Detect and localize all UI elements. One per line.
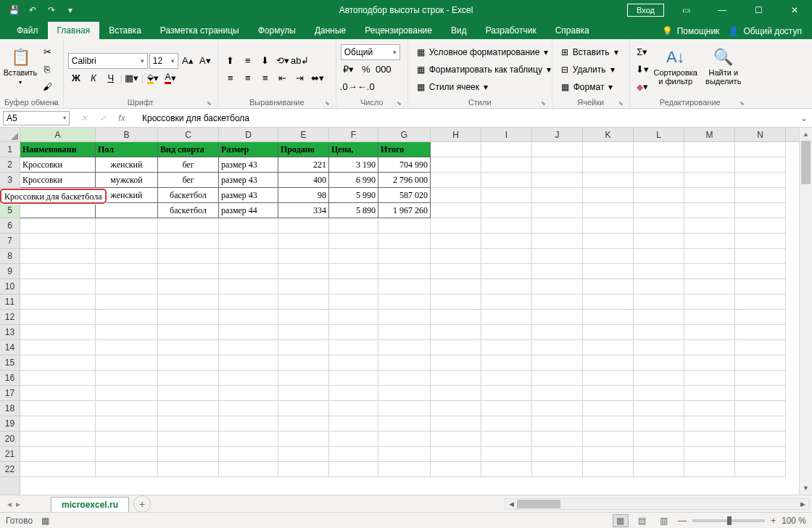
wrap-text-button[interactable]: ab↲	[292, 53, 308, 69]
redo-button[interactable]: ↷	[44, 2, 59, 18]
cell-styles-icon: ▦	[417, 82, 425, 92]
copy-button[interactable]: ⎘	[39, 62, 55, 78]
tab-view[interactable]: Вид	[442, 22, 476, 39]
scroll-right-icon[interactable]: ▶	[797, 499, 808, 509]
clear-button[interactable]: ◆▾	[634, 79, 650, 95]
expand-formula-bar-button[interactable]: ⌄	[796, 113, 812, 123]
tell-me[interactable]: 💡Помощник	[662, 26, 720, 36]
page-layout-view-button[interactable]: ▤	[634, 514, 650, 527]
zoom-in-button[interactable]: +	[771, 516, 776, 526]
maximize-button[interactable]: ☐	[744, 0, 773, 20]
tab-layout[interactable]: Разметка страницы	[151, 22, 249, 39]
select-all-button[interactable]	[0, 128, 20, 142]
sheet-tab-active[interactable]: microexcel.ru	[51, 497, 129, 512]
vertical-scrollbar[interactable]: ▲ ▼	[799, 128, 812, 495]
macro-record-icon[interactable]: ▦	[41, 516, 49, 526]
tab-developer[interactable]: Разработчик	[476, 22, 546, 39]
horizontal-scrollbar[interactable]: ◀ ▶	[505, 498, 809, 510]
close-button[interactable]: ✕	[780, 0, 809, 20]
comma-format-button[interactable]: 000	[376, 62, 392, 78]
accounting-format-button[interactable]: ₽▾	[341, 62, 357, 78]
find-select-button[interactable]: 🔍Найти и выделить	[701, 42, 746, 91]
tab-help[interactable]: Справка	[546, 22, 599, 39]
align-bottom-button[interactable]: ⬇	[257, 53, 273, 69]
number-format-combo[interactable]: Общий▾	[341, 44, 400, 60]
fill-color-button[interactable]: ⬙▾	[145, 70, 161, 86]
column-headers[interactable]: ABCDEFGHIJKLMN	[20, 128, 799, 142]
increase-decimal-button[interactable]: .0→	[341, 79, 357, 95]
scroll-up-icon[interactable]: ▲	[800, 128, 812, 141]
lightbulb-icon: 💡	[662, 26, 673, 36]
increase-indent-button[interactable]: ⇥	[292, 70, 308, 86]
zoom-slider[interactable]	[692, 519, 765, 522]
underline-button[interactable]: Ч	[103, 70, 119, 86]
tab-review[interactable]: Рецензирование	[355, 22, 442, 39]
tab-home[interactable]: Главная	[48, 22, 100, 39]
qat-customize-icon[interactable]: ▾	[62, 2, 78, 18]
tab-file[interactable]: Файл	[7, 22, 48, 39]
format-painter-button[interactable]: 🖌	[39, 79, 55, 95]
paste-button[interactable]: 📋Вставить▾	[4, 42, 36, 91]
conditional-formatting-button[interactable]: ▦Условное форматирование▾	[413, 44, 547, 60]
scroll-down-icon[interactable]: ▼	[800, 482, 812, 495]
bold-button[interactable]: Ж	[68, 70, 84, 86]
align-center-button[interactable]: ≡	[240, 70, 256, 86]
borders-button[interactable]: ▦▾	[124, 70, 140, 86]
sort-filter-button[interactable]: A↓Сортировка и фильтр	[653, 42, 698, 91]
ribbon-options-icon[interactable]: ▭	[671, 0, 700, 20]
insert-cells-button[interactable]: ⊞Вставить▾	[557, 44, 625, 60]
font-color-button[interactable]: A▾	[162, 70, 178, 86]
selected-cell-overflow[interactable]: Кроссовки для баскетбола	[0, 189, 107, 204]
save-button[interactable]: 💾	[6, 2, 22, 18]
scrollbar-thumb[interactable]	[801, 141, 811, 184]
font-size-combo[interactable]: 12▾	[149, 53, 178, 69]
login-button[interactable]: Вход	[627, 4, 664, 17]
group-label: Число	[341, 96, 403, 108]
format-cells-button[interactable]: ▦Формат▾	[557, 79, 625, 95]
quick-access-toolbar: 💾 ↶ ↷ ▾	[0, 2, 78, 18]
scroll-left-icon[interactable]: ◀	[505, 499, 517, 509]
decrease-indent-button[interactable]: ⇤	[275, 70, 291, 86]
formula-input[interactable]: Кроссовки для баскетбола	[136, 113, 796, 123]
tab-data[interactable]: Данные	[305, 22, 355, 39]
tab-formulas[interactable]: Формулы	[249, 22, 305, 39]
autosum-button[interactable]: Σ▾	[634, 44, 650, 60]
name-box[interactable]: A5▾	[3, 111, 70, 125]
cells-area[interactable]: НаименованиПолВид спортаРазмерПроданоЦен…	[20, 142, 799, 495]
decrease-font-button[interactable]: A▾	[197, 53, 213, 69]
merge-cells-button[interactable]: ⬌▾	[310, 70, 326, 86]
sheet-tab-bar: ◂▸ microexcel.ru + ◀ ▶	[0, 495, 812, 512]
fx-button[interactable]: fx	[113, 111, 130, 125]
enter-formula-button[interactable]: ✓	[94, 111, 112, 125]
normal-view-button[interactable]: ▦	[613, 514, 629, 527]
align-middle-button[interactable]: ≡	[240, 53, 256, 69]
cut-button[interactable]: ✂	[39, 44, 55, 60]
percent-format-button[interactable]: %	[358, 62, 374, 78]
sheet-nav[interactable]: ◂▸	[0, 499, 51, 509]
format-as-table-button[interactable]: ▦Форматировать как таблицу▾	[413, 62, 547, 78]
decrease-decimal-button[interactable]: ←.0	[358, 79, 374, 95]
zoom-out-button[interactable]: —	[678, 516, 687, 526]
group-editing: Σ▾ ⬇▾ ◆▾ A↓Сортировка и фильтр 🔍Найти и …	[630, 39, 750, 108]
add-sheet-button[interactable]: +	[133, 495, 151, 513]
delete-cells-button[interactable]: ⊟Удалить▾	[557, 62, 625, 78]
cancel-formula-button[interactable]: ✕	[75, 111, 93, 125]
font-name-combo[interactable]: Calibri▾	[68, 53, 148, 69]
italic-button[interactable]: К	[86, 70, 102, 86]
share-button[interactable]: 👤Общий доступ	[728, 26, 802, 36]
undo-button[interactable]: ↶	[25, 2, 41, 18]
fill-button[interactable]: ⬇▾	[634, 62, 650, 78]
worksheet-grid: ABCDEFGHIJKLMN 1234567891011121314151617…	[0, 128, 812, 495]
page-break-view-button[interactable]: ▥	[656, 514, 672, 527]
align-top-button[interactable]: ⬆	[223, 53, 239, 69]
group-label: Буфер обмена	[4, 96, 59, 108]
align-left-button[interactable]: ≡	[223, 70, 239, 86]
align-right-button[interactable]: ≡	[257, 70, 273, 86]
orientation-button[interactable]: ⟲▾	[275, 53, 291, 69]
zoom-level[interactable]: 100 %	[782, 516, 806, 526]
increase-font-button[interactable]: A▴	[180, 53, 196, 69]
minimize-button[interactable]: —	[708, 0, 737, 20]
tab-insert[interactable]: Вставка	[99, 22, 151, 39]
scrollbar-thumb[interactable]	[517, 500, 560, 508]
cell-styles-button[interactable]: ▦Стили ячеек▾	[413, 79, 547, 95]
